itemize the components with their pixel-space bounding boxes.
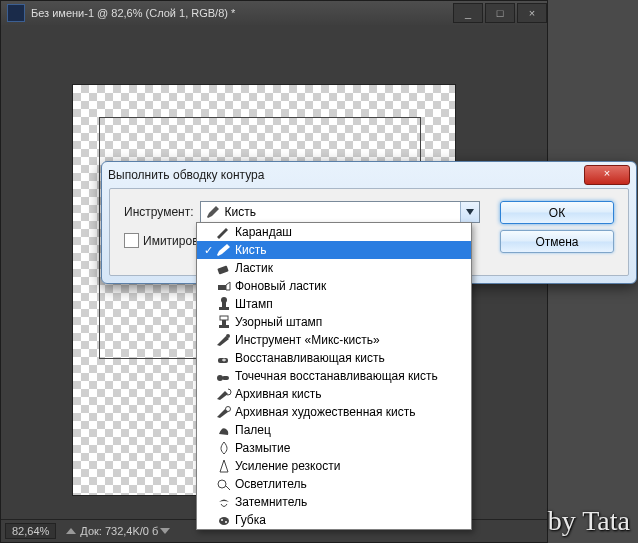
stamp-icon — [215, 296, 233, 312]
dropdown-item-label: Восстанавливающая кисть — [235, 351, 385, 365]
chevron-down-icon[interactable] — [460, 202, 479, 222]
zoom-field[interactable]: 82,64% — [5, 523, 56, 539]
dropdown-item-stamp[interactable]: Штамп — [197, 295, 471, 313]
eraser-icon — [215, 260, 233, 276]
dodge-icon — [215, 476, 233, 492]
dropdown-item-label: Фоновый ластик — [235, 279, 326, 293]
doc-info: Док: 732,4K/0 б — [80, 525, 158, 537]
dropdown-item-label: Осветлитель — [235, 477, 307, 491]
dropdown-item-healing[interactable]: Восстанавливающая кисть — [197, 349, 471, 367]
dropdown-item-smudge[interactable]: Палец — [197, 421, 471, 439]
dropdown-item-sharpen[interactable]: Усиление резкости — [197, 457, 471, 475]
dropdown-item-mixer-brush[interactable]: Инструмент «Микс-кисть» — [197, 331, 471, 349]
svg-point-13 — [218, 480, 226, 488]
smudge-icon — [215, 422, 233, 438]
history-brush-icon — [215, 386, 233, 402]
zoom-tri-icon[interactable] — [66, 528, 76, 534]
blur-icon — [215, 440, 233, 456]
svg-line-14 — [226, 486, 230, 490]
spot-healing-icon — [215, 368, 233, 384]
brush-icon — [205, 204, 221, 220]
dropdown-item-pencil[interactable]: Карандаш — [197, 223, 471, 241]
svg-rect-11 — [222, 376, 229, 380]
svg-rect-0 — [217, 265, 228, 274]
dropdown-item-label: Карандаш — [235, 225, 292, 239]
svg-rect-7 — [220, 316, 228, 320]
svg-rect-6 — [222, 320, 226, 325]
dropdown-item-label: Кисть — [235, 243, 266, 257]
svg-point-16 — [221, 519, 223, 521]
sponge-icon — [215, 512, 233, 528]
dropdown-item-label: Палец — [235, 423, 271, 437]
ok-button[interactable]: ОК — [500, 201, 614, 224]
check-icon: ✓ — [201, 244, 215, 257]
dropdown-item-burn[interactable]: Затемнитель — [197, 493, 471, 511]
pencil-icon — [215, 224, 233, 240]
dropdown-item-label: Инструмент «Микс-кисть» — [235, 333, 380, 347]
svg-point-4 — [221, 297, 227, 303]
svg-point-15 — [219, 517, 229, 525]
brush-icon — [215, 242, 233, 258]
svg-rect-1 — [218, 285, 226, 290]
dropdown-item-pattern-stamp[interactable]: Узорный штамп — [197, 313, 471, 331]
dropdown-item-label: Размытие — [235, 441, 290, 455]
doc-info-tri-icon[interactable] — [160, 528, 170, 534]
dropdown-item-sponge[interactable]: Губка — [197, 511, 471, 529]
dialog-close-button[interactable]: × — [584, 165, 630, 185]
svg-point-12 — [226, 407, 231, 412]
ps-app-icon — [7, 4, 25, 22]
dropdown-item-dodge[interactable]: Осветлитель — [197, 475, 471, 493]
restore-button[interactable]: □ — [485, 3, 515, 23]
dropdown-item-label: Узорный штамп — [235, 315, 322, 329]
ps-title-text: Без имени-1 @ 82,6% (Слой 1, RGB/8) * — [31, 7, 235, 19]
dropdown-item-label: Точечная восстанавливающая кисть — [235, 369, 438, 383]
tool-dropdown-list[interactable]: Карандаш✓КистьЛастикФоновый ластикШтампУ… — [196, 222, 472, 530]
minimize-button[interactable]: _ — [453, 3, 483, 23]
pattern-stamp-icon — [215, 314, 233, 330]
ps-titlebar: Без имени-1 @ 82,6% (Слой 1, RGB/8) * _ … — [1, 1, 547, 26]
dropdown-item-label: Затемнитель — [235, 495, 307, 509]
dropdown-item-label: Архивная художественная кисть — [235, 405, 415, 419]
tool-combobox[interactable]: Кисть — [200, 201, 480, 223]
mixer-brush-icon — [215, 332, 233, 348]
watermark-text: by Tata — [548, 505, 630, 537]
dropdown-item-label: Губка — [235, 513, 266, 527]
healing-icon — [215, 350, 233, 366]
tool-label: Инструмент: — [124, 205, 194, 219]
dropdown-item-blur[interactable]: Размытие — [197, 439, 471, 457]
dropdown-item-bg-eraser[interactable]: Фоновый ластик — [197, 277, 471, 295]
svg-point-17 — [225, 521, 227, 523]
combobox-value: Кисть — [225, 205, 460, 219]
cancel-button[interactable]: Отмена — [500, 230, 614, 253]
dropdown-item-brush[interactable]: ✓Кисть — [197, 241, 471, 259]
dropdown-item-label: Архивная кисть — [235, 387, 321, 401]
svg-rect-2 — [219, 307, 229, 310]
dropdown-item-label: Штамп — [235, 297, 273, 311]
svg-rect-5 — [219, 325, 229, 328]
simulate-pressure-checkbox[interactable] — [124, 233, 139, 248]
dropdown-item-label: Усиление резкости — [235, 459, 340, 473]
burn-icon — [215, 494, 233, 510]
art-history-icon — [215, 404, 233, 420]
dropdown-item-art-history[interactable]: Архивная художественная кисть — [197, 403, 471, 421]
dropdown-item-eraser[interactable]: Ластик — [197, 259, 471, 277]
dropdown-item-history-brush[interactable]: Архивная кисть — [197, 385, 471, 403]
svg-point-8 — [226, 334, 230, 338]
sharpen-icon — [215, 458, 233, 474]
dropdown-item-spot-healing[interactable]: Точечная восстанавливающая кисть — [197, 367, 471, 385]
bg-eraser-icon — [215, 278, 233, 294]
dialog-titlebar: Выполнить обводку контура × — [102, 162, 636, 188]
close-button[interactable]: × — [517, 3, 547, 23]
dropdown-item-label: Ластик — [235, 261, 273, 275]
dialog-title: Выполнить обводку контура — [108, 168, 584, 182]
